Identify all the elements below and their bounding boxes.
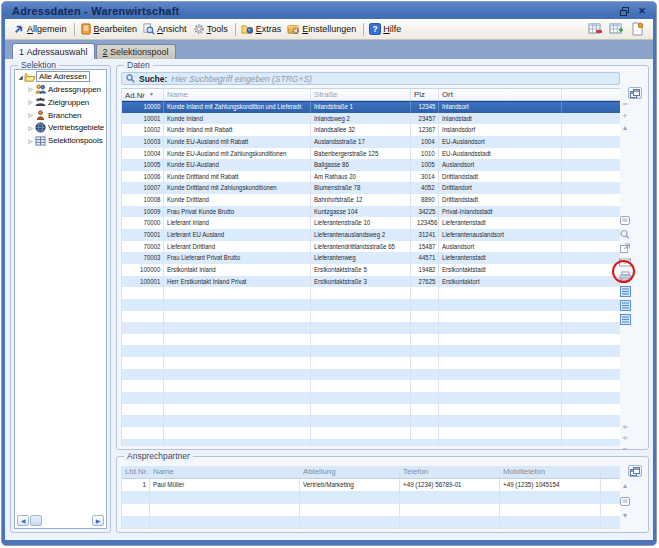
expanded-arrow-icon[interactable]: ◢ <box>17 74 24 80</box>
pin-icon[interactable]: ≂ <box>618 443 632 455</box>
cell-blank <box>562 392 620 404</box>
cell-blank <box>562 415 620 427</box>
table-row[interactable]: 10003Kunde EU-Ausland mit RabattAuslands… <box>122 136 620 148</box>
cell-ort: Inlandsort <box>439 101 562 113</box>
cell-adnr: 70000 <box>122 217 164 229</box>
table-row[interactable]: 70003Frau Lieferant Privat BruttoLiefera… <box>122 252 620 264</box>
table-row[interactable]: 10008Kunde DrittlandBahnhofstraße 128890… <box>122 194 620 206</box>
column-header-plz[interactable]: Plz <box>411 89 439 100</box>
column-header-straße[interactable]: Straße <box>311 89 411 100</box>
table-row[interactable]: 10004Kunde EU-Ausland mit Zahlungskondit… <box>122 148 620 160</box>
collapsed-arrow-icon[interactable]: ▷ <box>27 86 34 92</box>
cell-name <box>164 357 311 369</box>
cell-plz <box>411 299 439 311</box>
search-icon <box>126 74 135 83</box>
table-row[interactable]: 100001Herr Erstkontakt Inland PrivatErst… <box>122 276 620 288</box>
column-header-abteilung[interactable]: Abteilung <box>300 466 400 478</box>
menu-item-hilfe[interactable]: ?Hilfe <box>367 22 405 36</box>
search-label: Suche: <box>139 74 167 84</box>
cell-plz <box>411 439 439 446</box>
tree-item-adressgruppen[interactable]: ▷Adressgruppen <box>15 83 106 95</box>
scroll-right-button[interactable]: ▶ <box>92 515 104 526</box>
cell-name: Kunde EU-Ausland mit Zahlungskonditionen <box>164 148 311 160</box>
list-blue-icon[interactable] <box>618 299 632 311</box>
menu-item-extras[interactable]: Extras <box>239 22 286 36</box>
table-row[interactable]: 70002Lieferant DrittlandLieferantendritt… <box>122 241 620 253</box>
tree-item-vertriebsgebiete[interactable]: ▷Vertriebsgebiete <box>15 122 106 134</box>
pool-icon <box>34 135 46 146</box>
list-blue-icon[interactable] <box>618 285 632 297</box>
up-tri-icon[interactable]: ▲ <box>618 480 632 492</box>
menu-item-tools[interactable]: Tools <box>191 22 232 36</box>
cell-plz <box>411 334 439 346</box>
table-add-icon[interactable] <box>608 21 625 37</box>
tab-selektionspool[interactable]: 2 Selektionspool <box>96 44 176 59</box>
plus-icon[interactable]: + <box>618 110 632 122</box>
horizontal-scrollbar[interactable]: ◀▶ <box>17 514 104 526</box>
table-row[interactable]: 10005Kunde EU-AuslandBallgasse 861005Aus… <box>122 159 620 171</box>
table-row[interactable]: 70000Lieferant InlandLieferantenstraße 1… <box>122 217 620 229</box>
menu-item-allgemein[interactable]: Allgemein <box>11 22 71 36</box>
table-row[interactable]: 10009Frau Privat Kunde BruttoKuntzgasse … <box>122 206 620 218</box>
cell-adnr <box>122 404 164 416</box>
tree-item-alle-adressen[interactable]: ◢Alle Adressen <box>15 71 106 83</box>
table-row[interactable]: 10006Kunde Drittland mit RabattAm Rathau… <box>122 171 620 183</box>
menu-item-bearbeiten[interactable]: Bearbeiten <box>78 22 142 36</box>
list-blue-icon[interactable] <box>618 313 632 325</box>
cell-plz: 19482 <box>411 264 439 276</box>
card-view-icon[interactable] <box>618 495 632 507</box>
page-new-icon[interactable] <box>629 21 646 37</box>
cell-lfdnr: 1 <box>122 479 150 491</box>
column-header-adnr[interactable]: Ad.Nr▼ <box>122 89 164 100</box>
cell-telefon <box>400 491 500 503</box>
tree-item-zielgruppen[interactable]: ▷Zielgruppen <box>15 96 106 108</box>
table-row[interactable]: 100000Erstkontakt InlandErstkontaktstraß… <box>122 264 620 276</box>
cell-blank <box>562 229 620 241</box>
column-header-name[interactable]: Name <box>164 89 311 100</box>
cell-adnr <box>122 380 164 392</box>
menu-item-ansicht[interactable]: Ansicht <box>141 22 191 36</box>
scroll-thumb[interactable] <box>30 515 42 526</box>
tab-adressauswahl[interactable]: 1 Adressauswahl <box>12 43 95 59</box>
table-row[interactable]: 10000Kunde Inland mit Zahlungskondition … <box>122 101 620 113</box>
table-row[interactable]: 10007Kunde Drittland mit Zahlungskonditi… <box>122 182 620 194</box>
column-header-ort[interactable]: Ort <box>439 89 562 100</box>
menu-item-einstellungen[interactable]: Einstellungen <box>285 22 360 36</box>
export-icon[interactable] <box>618 242 632 254</box>
table-row[interactable]: 70001Lieferant EU AuslandLieferantenausl… <box>122 229 620 241</box>
column-header-name[interactable]: Name <box>150 466 300 478</box>
close-button[interactable]: ✕ <box>636 6 648 17</box>
table-row[interactable]: 10002Kunde Inland mit RabattInlandsallee… <box>122 124 620 136</box>
collapsed-arrow-icon[interactable]: ▷ <box>27 99 34 105</box>
collapsed-arrow-icon[interactable]: ▷ <box>27 138 34 144</box>
pin-icon[interactable]: ≂ <box>618 98 632 110</box>
cell-blank <box>562 241 620 253</box>
up-icon[interactable]: ▲ <box>618 122 632 134</box>
card-view-icon[interactable] <box>618 214 632 226</box>
cell-name: Kunde Drittland mit Rabatt <box>164 171 311 183</box>
cell-lfdnr <box>122 516 150 528</box>
table-row[interactable]: 1Paul MüllerVertrieb/Marketing+49 (1234)… <box>122 479 620 491</box>
table-row[interactable]: 10001Kunde InlandInlandsweg 223457Inland… <box>122 113 620 125</box>
cell-blank <box>562 217 620 229</box>
restore-button[interactable] <box>618 6 630 17</box>
column-header-blank[interactable] <box>601 466 620 478</box>
collapsed-arrow-icon[interactable]: ▷ <box>27 112 34 118</box>
empty-row <box>122 369 620 381</box>
tree-item-selektionspools[interactable]: ▷Selektionspools <box>15 134 106 146</box>
cell-adnr <box>122 427 164 439</box>
column-header-mobiltelefon[interactable]: Mobiltelefon <box>500 466 601 478</box>
collapsed-arrow-icon[interactable]: ▷ <box>27 125 34 131</box>
search-bar[interactable]: Suche: Hier Suchbegriff eingeben (STRG+S… <box>121 72 620 85</box>
table-remove-icon[interactable] <box>587 21 604 37</box>
tree-item-branchen[interactable]: ▷Branchen <box>15 109 106 121</box>
zoom-icon[interactable] <box>618 228 632 240</box>
column-header-blank[interactable] <box>562 89 620 100</box>
cell-ort <box>439 380 562 392</box>
column-header-lfdnr[interactable]: Lfd.Nr. <box>122 466 150 478</box>
down-tri-icon[interactable]: ▼ <box>618 510 632 522</box>
column-header-telefon[interactable]: Telefon <box>400 466 500 478</box>
field-chooser-button[interactable] <box>628 465 642 477</box>
cell-adnr: 10008 <box>122 194 164 206</box>
scroll-left-button[interactable]: ◀ <box>17 515 29 526</box>
